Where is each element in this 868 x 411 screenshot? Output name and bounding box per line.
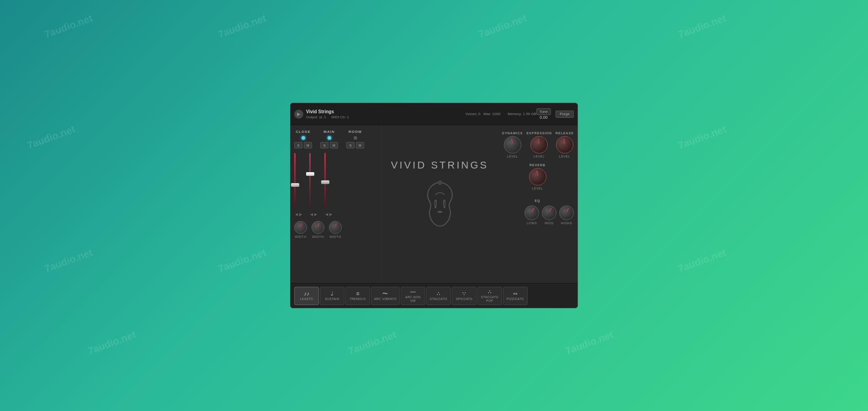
room-mute-button[interactable]: M [356, 142, 364, 148]
reverb-knob[interactable] [529, 168, 546, 185]
logo-icon: ▶ [294, 110, 303, 119]
pizzicato-label: PIZZICATO [507, 297, 524, 301]
artic-arc-vibrato[interactable]: 〜 ARC VIBRATO [371, 287, 400, 305]
close-fader[interactable] [294, 153, 296, 208]
tune-label: Tune [536, 108, 551, 115]
eq-lows-knob[interactable] [524, 206, 539, 220]
purge-button[interactable]: Purge [556, 111, 574, 118]
expression-group: EXPRESSION LEVEL [526, 132, 552, 158]
close-width-knob[interactable] [294, 221, 307, 234]
arc-non-vib-icon: — [410, 289, 416, 295]
watermark: 7audio.net [477, 12, 528, 41]
reverb-knob-label: LEVEL [532, 187, 543, 190]
release-knob[interactable] [556, 136, 573, 153]
main-width-label: WIDTH [312, 235, 323, 238]
main-fader[interactable] [309, 153, 311, 208]
close-fader-rail [294, 153, 296, 208]
main-arrow-right[interactable]: ▶ [314, 212, 317, 216]
close-fader-thumb[interactable] [291, 183, 299, 187]
room-fader[interactable] [324, 153, 326, 208]
room-arrow-left[interactable]: ◀ [325, 212, 328, 216]
eq-highs-knob[interactable] [559, 206, 574, 220]
artic-pizzicato[interactable]: ∾ PIZZICATO [503, 287, 528, 305]
eq-row: LOWS MIDS HIGHS [501, 206, 574, 225]
tremolo-label: TREMOLO [349, 297, 366, 301]
dynamics-knob[interactable] [504, 136, 521, 153]
svg-rect-2 [438, 211, 442, 213]
close-mute-button[interactable]: M [304, 142, 312, 148]
close-label: CLOSE [296, 130, 311, 134]
eq-mids-knob[interactable] [542, 206, 556, 220]
eq-lows-label: LOWS [527, 221, 537, 225]
room-fader-thumb[interactable] [321, 180, 329, 184]
legato-label: LEGATO [300, 297, 313, 301]
sustain-icon: ♩ [331, 291, 333, 296]
main-fader-rail [309, 153, 311, 208]
artic-arc-non-vib[interactable]: — ARC-NONVIB [401, 287, 425, 305]
pizzicato-icon: ∾ [513, 291, 518, 296]
room-solo-button[interactable]: S [346, 142, 355, 148]
violin-graphic [419, 180, 460, 240]
channel-room: ROOM S M [346, 130, 364, 148]
top-bar: ▶ Vivid Strings Output: st. 1 MIDI Ch: 1… [291, 103, 577, 125]
main-sm-buttons: S M [320, 142, 338, 148]
dynamics-knob-label: LEVEL [507, 155, 518, 158]
staccato-label: STACCATO [430, 297, 447, 301]
artic-staccato-pop[interactable]: ∴ STACCATOPOP [477, 287, 502, 305]
arc-non-vib-label: ARC-NONVIB [405, 295, 421, 303]
artic-tremolo[interactable]: ≡ TREMOLO [345, 287, 370, 305]
watermark: 7audio.net [86, 329, 138, 357]
arc-vibrato-icon: 〜 [382, 291, 388, 296]
close-solo-button[interactable]: S [294, 142, 302, 148]
center-section: VIVID STRINGS [382, 125, 498, 283]
close-sm-buttons: S M [294, 142, 312, 148]
dynamics-group: DYNAMICS LEVEL [502, 132, 523, 158]
reverb-row: REVERB LEVEL [501, 163, 574, 190]
mixer-channels: CLOSE S M MAIN S M [294, 130, 378, 148]
plugin-title: Vivid Strings [306, 109, 466, 114]
main-mute-button[interactable]: M [330, 142, 338, 148]
main-width-group: WIDTH [312, 221, 324, 238]
watermark: 7audio.net [677, 12, 728, 41]
close-arrow-left[interactable]: ◀ [295, 212, 298, 216]
artic-staccato[interactable]: ∴ STACCATO [426, 287, 451, 305]
watermark: 7audio.net [217, 247, 268, 275]
mixer-section: CLOSE S M MAIN S M [291, 125, 382, 283]
midi-label: MIDI Ch: 1 [332, 115, 349, 119]
staccato-icon: ∴ [437, 291, 440, 296]
watermark: 7audio.net [43, 12, 94, 41]
voices-info: Voices: 0 Max: 1000 [466, 112, 501, 116]
main-fader-thumb[interactable] [306, 172, 314, 176]
spiccato-label: SPICCATO [456, 297, 473, 301]
top-bar-right: Tune 0.00 Purge [536, 108, 574, 120]
room-label: ROOM [349, 130, 362, 134]
artic-spiccato[interactable]: ∵ SPICCATO [452, 287, 476, 305]
artic-legato[interactable]: ♪♪ LEGATO [294, 287, 319, 305]
room-width-group: WIDTH [329, 221, 342, 238]
room-arrow-right[interactable]: ▶ [329, 212, 332, 216]
eq-lows-group: LOWS [524, 206, 539, 225]
fader-container [294, 153, 378, 208]
top-bar-left: Vivid Strings Output: st. 1 MIDI Ch: 1 [306, 109, 466, 119]
main-arrow-left[interactable]: ◀ [310, 212, 313, 216]
watermark: 7audio.net [26, 123, 77, 152]
legato-icon: ♪♪ [304, 291, 309, 296]
eq-label: EQ [535, 199, 540, 202]
room-width-knob[interactable] [329, 221, 342, 234]
expression-label: EXPRESSION [526, 132, 552, 135]
main-width-knob[interactable] [312, 221, 324, 234]
top-bar-info: Output: st. 1 MIDI Ch: 1 [306, 115, 466, 119]
artic-sustain[interactable]: ♩ SUSTAIN [320, 287, 344, 305]
close-arrow-right[interactable]: ▶ [299, 212, 302, 216]
sustain-label: SUSTAIN [325, 297, 339, 301]
main-solo-button[interactable]: S [320, 142, 328, 148]
close-width-label: WIDTH [295, 235, 306, 238]
room-dot [354, 136, 357, 140]
top-bar-center: Voices: 0 Max: 1000 Memory: 1.59 GB [466, 112, 536, 116]
release-knob-label: LEVEL [559, 155, 570, 158]
expression-knob[interactable] [530, 136, 548, 153]
svg-rect-0 [439, 180, 441, 185]
main-content: CLOSE S M MAIN S M [291, 125, 577, 283]
instrument-title: VIVID STRINGS [391, 159, 488, 171]
arc-vibrato-label: ARC VIBRATO [374, 297, 397, 301]
